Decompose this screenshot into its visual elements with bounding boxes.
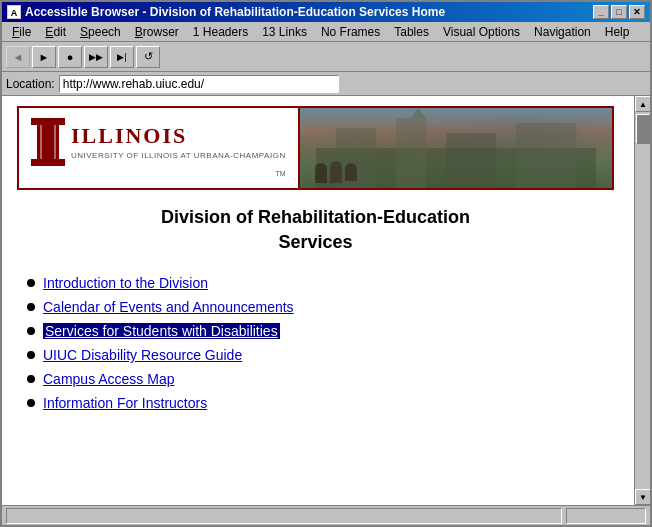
scroll-track[interactable]: [635, 112, 650, 489]
page-content: ILLINOIS UNIVERSITY OF ILLINOIS AT URBAN…: [2, 96, 634, 505]
list-item: Introduction to the Division: [27, 275, 614, 291]
services-link[interactable]: Services for Students with Disabilities: [43, 323, 280, 339]
main-window: A Accessible Browser - Division of Rehab…: [0, 0, 652, 527]
map-link[interactable]: Campus Access Map: [43, 371, 175, 387]
menu-file[interactable]: File: [6, 24, 37, 40]
status-panel-left: [6, 508, 562, 524]
bullet-icon: [27, 375, 35, 383]
status-bar: [2, 505, 650, 525]
status-panel-right: [566, 508, 646, 524]
bullet-icon: [27, 351, 35, 359]
forward-button[interactable]: ►: [32, 46, 56, 68]
menu-edit[interactable]: Edit: [39, 24, 72, 40]
menu-help[interactable]: Help: [599, 24, 636, 40]
content-area: ILLINOIS UNIVERSITY OF ILLINOIS AT URBAN…: [2, 96, 650, 505]
bullet-icon: [27, 303, 35, 311]
illinois-logo: ILLINOIS UNIVERSITY OF ILLINOIS AT URBAN…: [19, 108, 300, 188]
svg-marker-5: [411, 108, 426, 118]
intro-link[interactable]: Introduction to the Division: [43, 275, 208, 291]
next-link-button[interactable]: ▶|: [110, 46, 134, 68]
menu-browser[interactable]: Browser: [129, 24, 185, 40]
heading-line2: Services: [278, 232, 352, 252]
svg-rect-3: [446, 133, 496, 188]
stop-button[interactable]: ●: [58, 46, 82, 68]
heading-line1: Division of Rehabilitation-Education: [161, 207, 470, 227]
page-heading: Division of Rehabilitation-Education Ser…: [17, 205, 614, 255]
illinois-tm: TM: [276, 170, 286, 177]
title-bar: A Accessible Browser - Division of Rehab…: [2, 2, 650, 22]
campus-photo: [300, 108, 612, 188]
reload-button[interactable]: ↺: [136, 46, 160, 68]
location-label: Location:: [6, 77, 55, 91]
menu-tables[interactable]: Tables: [388, 24, 435, 40]
location-input[interactable]: [59, 75, 339, 93]
window-controls: _ □ ✕: [593, 5, 645, 19]
title-bar-left: A Accessible Browser - Division of Rehab…: [7, 5, 445, 19]
photo-people: [315, 163, 357, 183]
toolbar: ◄ ► ● ▶▶ ▶| ↺: [2, 42, 650, 72]
maximize-button[interactable]: □: [611, 5, 627, 19]
bullet-icon: [27, 399, 35, 407]
menu-noframes[interactable]: No Frames: [315, 24, 386, 40]
menu-speech[interactable]: Speech: [74, 24, 127, 40]
guide-link[interactable]: UIUC Disability Resource Guide: [43, 347, 242, 363]
list-item: Services for Students with Disabilities: [27, 323, 614, 339]
location-bar: Location:: [2, 72, 650, 96]
menu-navigation[interactable]: Navigation: [528, 24, 597, 40]
list-item: Calendar of Events and Announcements: [27, 299, 614, 315]
page-inner: ILLINOIS UNIVERSITY OF ILLINOIS AT URBAN…: [2, 96, 634, 439]
list-item: UIUC Disability Resource Guide: [27, 347, 614, 363]
svg-rect-4: [516, 123, 576, 188]
menu-13links[interactable]: 13 Links: [256, 24, 313, 40]
close-button[interactable]: ✕: [629, 5, 645, 19]
svg-rect-2: [396, 118, 426, 188]
prev-link-button[interactable]: ▶▶: [84, 46, 108, 68]
bullet-icon: [27, 327, 35, 335]
calendar-link[interactable]: Calendar of Events and Announcements: [43, 299, 294, 315]
window-title: Accessible Browser - Division of Rehabil…: [25, 5, 445, 19]
scroll-down-button[interactable]: ▼: [635, 489, 650, 505]
menu-visualoptions[interactable]: Visual Options: [437, 24, 526, 40]
column-icon: [31, 118, 65, 166]
illinois-text-block: ILLINOIS UNIVERSITY OF ILLINOIS AT URBAN…: [71, 123, 286, 160]
illinois-subtitle: UNIVERSITY OF ILLINOIS AT URBANA-CHAMPAI…: [71, 151, 286, 160]
app-icon: A: [7, 5, 21, 19]
list-item: Campus Access Map: [27, 371, 614, 387]
scrollbar-vertical[interactable]: ▲ ▼: [634, 96, 650, 505]
illinois-header: ILLINOIS UNIVERSITY OF ILLINOIS AT URBAN…: [17, 106, 614, 190]
minimize-button[interactable]: _: [593, 5, 609, 19]
instructors-link[interactable]: Information For Instructors: [43, 395, 207, 411]
bullet-icon: [27, 279, 35, 287]
menu-1headers[interactable]: 1 Headers: [187, 24, 254, 40]
illinois-wordmark: ILLINOIS: [71, 123, 286, 149]
scroll-thumb[interactable]: [636, 114, 650, 144]
list-item: Information For Instructors: [27, 395, 614, 411]
scroll-up-button[interactable]: ▲: [635, 96, 650, 112]
back-button[interactable]: ◄: [6, 46, 30, 68]
nav-list: Introduction to the Division Calendar of…: [27, 275, 614, 411]
menu-bar: File Edit Speech Browser 1 Headers 13 Li…: [2, 22, 650, 42]
